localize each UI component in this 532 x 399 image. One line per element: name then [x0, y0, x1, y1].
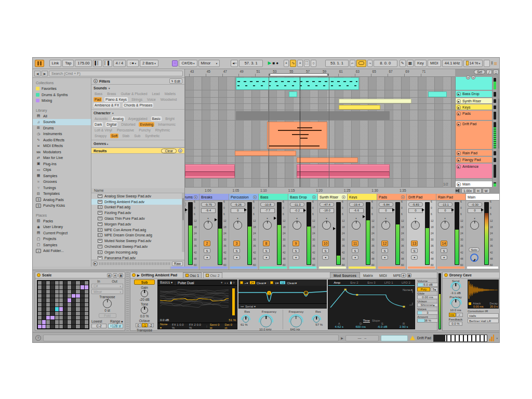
- lock-envelopes-icon[interactable]: ◻: [493, 70, 499, 74]
- env-attack[interactable]: 4.62 s: [328, 325, 350, 328]
- filter-chip[interactable]: Snappy: [94, 134, 108, 138]
- output-level-icon[interactable]: [489, 335, 495, 341]
- scale-grid-cell[interactable]: [68, 312, 71, 315]
- scale-grid-cell[interactable]: [76, 285, 79, 289]
- glide-field[interactable]: 0.00 ms: [417, 295, 438, 299]
- scale-grid-cell[interactable]: [68, 325, 71, 328]
- scale-grid-cell[interactable]: [85, 294, 88, 298]
- result-row[interactable]: Orchestral Sweep Pad.adv: [91, 244, 182, 249]
- wavetable-on-icon[interactable]: [132, 273, 136, 277]
- volume-field[interactable]: -6.6: [349, 208, 364, 213]
- scale-grid-cell[interactable]: [50, 307, 54, 311]
- result-row[interactable]: MPE Con Amore Pad.adg: [91, 227, 182, 233]
- filter-chip[interactable]: Mallets: [164, 91, 177, 96]
- scale-grid-cell[interactable]: [63, 312, 67, 315]
- result-row[interactable]: Organ Incoming.adg: [91, 249, 182, 255]
- scale-grid-cell[interactable]: [63, 325, 67, 328]
- time-ruler[interactable]: 1:001:051:101:151:201:251:301:35: [185, 187, 455, 194]
- result-row[interactable]: Analog Slow Sweep Pad.adv: [91, 193, 182, 199]
- result-row[interactable]: Panorama Pad.adv: [91, 255, 182, 259]
- filter1-slope[interactable]: 24: [250, 281, 255, 284]
- computer-midi-keyboard-button[interactable]: ▦: [407, 60, 414, 67]
- pan-knob[interactable]: [470, 221, 479, 230]
- scale-grid-cell[interactable]: [68, 316, 71, 320]
- scale-grid-cell[interactable]: [46, 312, 50, 315]
- peak-level-field[interactable]: -9.75: [201, 202, 216, 207]
- back-icon[interactable]: ◀: [34, 71, 41, 76]
- filter-chip[interactable]: Evolving: [139, 122, 154, 127]
- filter-chip[interactable]: Distorted: [120, 122, 136, 127]
- track-header[interactable]: ▶Rain Pad: [456, 150, 492, 156]
- scale-grid-cell[interactable]: [42, 294, 46, 298]
- filter-chip[interactable]: Percussive: [116, 128, 135, 132]
- scale-grid-cell[interactable]: [46, 285, 50, 289]
- result-row[interactable]: Muted Noise Sweep Pad.adv: [91, 238, 182, 244]
- track-activator-button[interactable]: 14: [441, 241, 447, 246]
- mixer-channel[interactable]: Drift Pad-5.830606121824303642486013S●: [407, 194, 436, 270]
- result-row[interactable]: MPE Dream Grain Drone.adg: [91, 233, 182, 238]
- scale-save-icon[interactable]: ▣: [118, 273, 123, 277]
- scale-grid-cell[interactable]: [55, 307, 59, 311]
- scale-grid-cell[interactable]: [63, 294, 67, 298]
- tempo-field[interactable]: 175.00: [75, 60, 92, 67]
- mixer-channel[interactable]: Rain Pad-13.10606121824303642486014S●: [436, 194, 466, 270]
- pan-knob[interactable]: [233, 221, 242, 230]
- filter-chip[interactable]: Voice: [146, 97, 157, 102]
- filters-fold-icon[interactable]: ▼: [94, 79, 98, 83]
- scale-grid-cell[interactable]: [46, 294, 50, 298]
- arrangement-scrollbar[interactable]: [498, 77, 500, 187]
- scale-grid-cell[interactable]: [81, 316, 84, 320]
- pan-knob[interactable]: [441, 221, 449, 230]
- mixer-channel[interactable]: Synth Riser▼-47.4-18.0606121824303642486…: [318, 194, 348, 270]
- range-field[interactable]: +128 st: [108, 324, 123, 328]
- scale-grid-cell[interactable]: [68, 320, 71, 324]
- sidebar-item-library[interactable]: SPunchy Kicks: [33, 203, 91, 209]
- track-unfold-icon[interactable]: ▼: [312, 195, 316, 199]
- sidebar-item-library[interactable]: ▭Clips: [33, 167, 91, 173]
- midi-map-button[interactable]: MIDI: [428, 60, 441, 67]
- scale-grid-cell[interactable]: [42, 285, 46, 289]
- volume-field[interactable]: 0: [379, 208, 393, 213]
- track-header[interactable]: ▶Bass Drop: [456, 91, 492, 98]
- track-fold-icon[interactable]: ▶: [457, 122, 461, 126]
- solo-button[interactable]: Solo: [469, 247, 480, 252]
- arrangement-clip[interactable]: [339, 105, 381, 110]
- scale-grid-cell[interactable]: [55, 320, 59, 324]
- sidebar-item-library[interactable]: ⑂Tunings: [33, 185, 91, 191]
- mixer-channel[interactable]: Main-0.3006061218243036424860Solo: [466, 194, 500, 270]
- arm-button[interactable]: ●: [233, 255, 240, 260]
- filter-chip[interactable]: Guitar & Plucked: [120, 91, 149, 96]
- loop-start-field[interactable]: 53. 1. 1: [325, 60, 349, 67]
- filter-chip[interactable]: Stab: [121, 134, 130, 138]
- filter-chip[interactable]: Pad: [94, 97, 102, 102]
- scale-grid-cell[interactable]: [38, 303, 42, 307]
- wavetable-position-slider[interactable]: [233, 288, 234, 315]
- scale-grid-cell[interactable]: [72, 325, 75, 328]
- automation-arm-button[interactable]: ∿: [290, 60, 296, 67]
- track-activator-button[interactable]: 11: [352, 241, 358, 246]
- scale-device-on-icon[interactable]: [37, 273, 41, 277]
- scale-grid-cell[interactable]: [76, 316, 79, 320]
- mod-source-tab[interactable]: LFO 2: [397, 281, 415, 284]
- sidebar-item-library[interactable]: ɴɴModulators: [33, 149, 91, 155]
- scale-grid-cell[interactable]: [42, 307, 46, 311]
- wavetable-save-icon[interactable]: ▣: [407, 273, 411, 277]
- ableton-logo-icon[interactable]: [35, 60, 44, 67]
- track-activator-button[interactable]: 9: [292, 241, 299, 246]
- menu-icon[interactable]: ≡: [494, 60, 497, 66]
- arrangement-clip[interactable]: [428, 91, 447, 97]
- scale-grid-cell[interactable]: [85, 298, 88, 302]
- track-activator-button[interactable]: 10: [322, 241, 329, 246]
- octave-button[interactable]: 0: [136, 323, 141, 327]
- track-header[interactable]: ▶Synth Riser: [456, 98, 492, 104]
- nudge-up-button[interactable]: ▏▌: [103, 60, 112, 67]
- volume-field[interactable]: -18.0: [320, 208, 334, 213]
- key-map-button[interactable]: Key: [415, 60, 427, 67]
- scale-grid-cell[interactable]: [55, 290, 59, 294]
- solo-button[interactable]: S: [381, 248, 388, 253]
- arm-button[interactable]: ●: [204, 255, 210, 260]
- track-fold-icon[interactable]: ▶: [457, 158, 461, 162]
- sidebar-item-library[interactable]: SAnalog Pads: [33, 197, 91, 203]
- solo-button[interactable]: S: [263, 248, 270, 253]
- mixer-channel[interactable]: Percussion▼-9.26060612182430364248603S●: [229, 194, 259, 270]
